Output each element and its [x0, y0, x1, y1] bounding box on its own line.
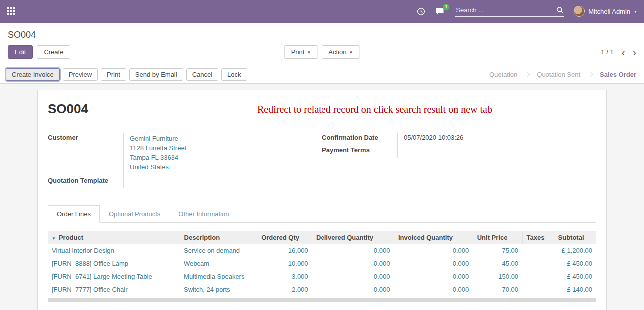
pager-previous-icon[interactable]: ‹: [622, 49, 625, 56]
status-sales-order[interactable]: Sales Order: [592, 71, 644, 78]
table-row[interactable]: [FURN_6741] Large Meeting Table Multimed…: [48, 270, 596, 284]
breadcrumb-title[interactable]: SO004: [8, 30, 36, 40]
left-field-group: Customer Gemini Furniture 1128 Lunetta S…: [48, 133, 322, 188]
status-quotation-sent[interactable]: Quotation Sent: [529, 71, 588, 78]
confirmation-date-label: Confirmation Date: [322, 133, 398, 146]
top-navbar: 1 Mitchell Admin ▼: [0, 0, 644, 23]
lock-button[interactable]: Lock: [221, 68, 247, 81]
cell-ordered-qty[interactable]: 10.000: [257, 258, 312, 270]
status-quotation[interactable]: Quotation: [481, 71, 525, 78]
cell-taxes[interactable]: [522, 244, 554, 258]
table-header-row: ▼Product Description Ordered Qty Deliver…: [48, 232, 596, 244]
tab-optional-products[interactable]: Optional Products: [100, 206, 169, 223]
search-icon[interactable]: [556, 6, 564, 14]
print-button[interactable]: Print: [101, 68, 126, 81]
order-lines-table: ▼Product Description Ordered Qty Deliver…: [48, 231, 596, 296]
confirmation-date-value: 05/07/2020 10:03:26: [398, 133, 596, 146]
control-bar: Edit Create Print▼ Action▼ 1 / 1 ‹ ›: [0, 42, 644, 65]
pager-next-icon[interactable]: ›: [633, 49, 636, 56]
table-row[interactable]: Virtual Interior Design Service on deman…: [48, 244, 596, 258]
cell-product[interactable]: [FURN_6741] Large Meeting Table: [48, 270, 180, 284]
cell-subtotal[interactable]: £ 450.00: [554, 258, 596, 270]
cell-invoiced-qty[interactable]: 0.000: [394, 270, 473, 284]
col-ordered-qty: Ordered Qty: [257, 232, 312, 244]
cell-delivered-qty[interactable]: 0.000: [312, 244, 394, 258]
cell-product[interactable]: [FURN_7777] Office Chair: [48, 284, 180, 296]
pager-counter: 1 / 1: [601, 48, 613, 56]
create-invoice-button[interactable]: Create Invoice: [6, 68, 60, 81]
tab-order-lines[interactable]: Order Lines: [48, 206, 100, 223]
table-scrollbar[interactable]: [48, 298, 596, 302]
col-description: Description: [180, 232, 257, 244]
customer-label: Customer: [48, 133, 124, 176]
messages-badge: 1: [443, 4, 449, 10]
cell-taxes[interactable]: [522, 270, 554, 284]
statusbar: Create Invoice Preview Print Send by Ema…: [0, 65, 644, 84]
user-menu[interactable]: Mitchell Admin ▼: [574, 6, 637, 17]
cell-ordered-qty[interactable]: 2.000: [257, 284, 312, 296]
column-caret-icon[interactable]: ▼: [52, 236, 56, 241]
cell-taxes[interactable]: [522, 284, 554, 296]
chevron-down-icon: ▼: [307, 50, 311, 55]
cancel-button[interactable]: Cancel: [186, 68, 218, 81]
cell-unit-price[interactable]: 150.00: [473, 270, 522, 284]
quotation-template-label: Quotation Template: [48, 176, 124, 188]
cell-subtotal[interactable]: £ 1,200.00: [554, 244, 596, 258]
red-annotation-text: Redirect to related record on click sear…: [88, 102, 596, 116]
navbar-search: [455, 6, 564, 17]
cell-delivered-qty[interactable]: 0.000: [312, 270, 394, 284]
table-row[interactable]: [FURN_7777] Office Chair Switch, 24 port…: [48, 284, 596, 296]
status-pipeline: Quotation Quotation Sent Sales Order: [481, 66, 644, 84]
page-title: SO004: [48, 102, 88, 117]
cell-unit-price[interactable]: 45.00: [473, 258, 522, 270]
payment-terms-value: [398, 146, 596, 158]
cell-product[interactable]: Virtual Interior Design: [48, 244, 180, 258]
cell-description[interactable]: Webcam: [180, 258, 257, 270]
create-button[interactable]: Create: [37, 46, 70, 59]
cell-subtotal[interactable]: £ 450.00: [554, 270, 596, 284]
col-taxes: Taxes: [522, 232, 554, 244]
cell-invoiced-qty[interactable]: 0.000: [394, 284, 473, 296]
payment-terms-label: Payment Terms: [322, 146, 398, 158]
cell-ordered-qty[interactable]: 3.000: [257, 270, 312, 284]
cell-description[interactable]: Switch, 24 ports: [180, 284, 257, 296]
chevron-down-icon: ▼: [634, 10, 637, 14]
cell-subtotal[interactable]: £ 140.00: [554, 284, 596, 296]
col-delivered-quantity: Delivered Quantity: [312, 232, 394, 244]
form-view: SO004 Redirect to related record on clic…: [0, 90, 644, 310]
quotation-template-value: [124, 176, 322, 188]
cell-unit-price[interactable]: 75.00: [473, 244, 522, 258]
preview-button[interactable]: Preview: [63, 68, 98, 81]
cell-ordered-qty[interactable]: 16.000: [257, 244, 312, 258]
search-input[interactable]: [455, 6, 556, 14]
breadcrumb: SO004: [0, 23, 644, 42]
col-unit-price: Unit Price: [473, 232, 522, 244]
cell-description[interactable]: Service on demand: [180, 244, 257, 258]
cell-invoiced-qty[interactable]: 0.000: [394, 244, 473, 258]
col-product: Product: [59, 234, 83, 242]
col-invoiced-quantity: Invoiced Quantity: [394, 232, 473, 244]
activities-clock-icon[interactable]: [417, 8, 425, 16]
cell-delivered-qty[interactable]: 0.000: [312, 284, 394, 296]
tab-other-information[interactable]: Other Information: [169, 206, 238, 223]
customer-value[interactable]: Gemini Furniture 1128 Lunetta Street Tam…: [124, 133, 322, 176]
sales-order-sheet: SO004 Redirect to related record on clic…: [37, 90, 607, 310]
action-dropdown-button[interactable]: Action▼: [322, 46, 360, 59]
edit-button[interactable]: Edit: [8, 46, 33, 59]
notebook-tabs: Order Lines Optional Products Other Info…: [48, 206, 596, 223]
apps-menu-icon[interactable]: [7, 8, 15, 16]
cell-delivered-qty[interactable]: 0.000: [312, 258, 394, 270]
cell-unit-price[interactable]: 70.00: [473, 284, 522, 296]
send-by-email-button[interactable]: Send by Email: [129, 68, 183, 81]
cell-description[interactable]: Multimedia Speakers: [180, 270, 257, 284]
cell-taxes[interactable]: [522, 258, 554, 270]
print-dropdown-button[interactable]: Print▼: [284, 46, 318, 59]
cell-invoiced-qty[interactable]: 0.000: [394, 258, 473, 270]
cell-product[interactable]: [FURN_8888] Office Lamp: [48, 258, 180, 270]
avatar: [574, 6, 585, 17]
right-field-group: Confirmation Date 05/07/2020 10:03:26 Pa…: [322, 133, 596, 188]
messages-icon[interactable]: 1: [435, 8, 445, 16]
table-row[interactable]: [FURN_8888] Office Lamp Webcam 10.000 0.…: [48, 258, 596, 270]
col-subtotal: Subtotal: [554, 232, 596, 244]
user-name: Mitchell Admin: [588, 8, 630, 16]
